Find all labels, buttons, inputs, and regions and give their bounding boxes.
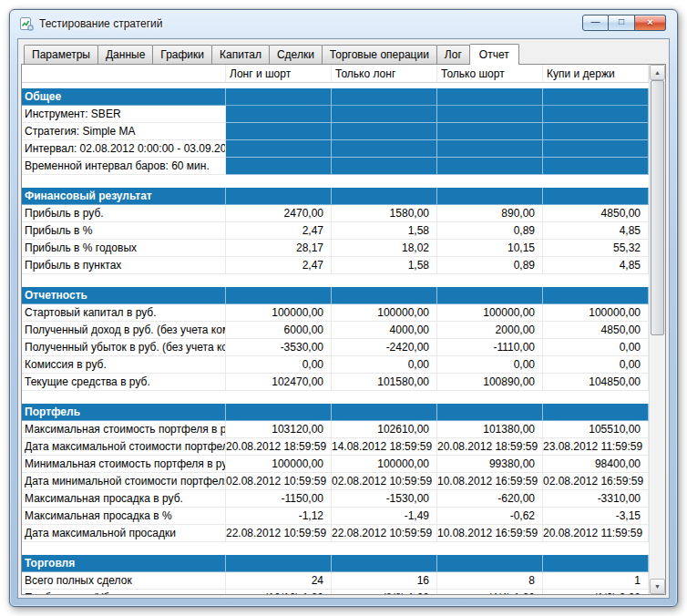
- cell-value: 100000,00: [332, 304, 437, 322]
- cell-value: 100000,00: [226, 456, 332, 473]
- tab-deals[interactable]: Сделки: [269, 45, 323, 64]
- cell-value: 4850,00: [543, 322, 649, 339]
- window-title: Тестирование стратегий: [39, 17, 163, 30]
- cell-value: (1/0) 0,00: [543, 590, 649, 594]
- report-row: Прибыль в пунктах2,471,580,894,85: [22, 257, 649, 274]
- cell-value: [226, 158, 332, 175]
- cell-value: [543, 140, 649, 158]
- cell-value: -2420,00: [332, 339, 437, 356]
- client-area: ПараметрыДанныеГрафикиКапиталСделкиТорго…: [17, 38, 670, 599]
- section-spacer: [22, 175, 649, 188]
- cell-value: 0,89: [437, 257, 543, 274]
- cell-value: 890,00: [437, 205, 543, 222]
- cell-value: [543, 158, 649, 175]
- maximize-button[interactable]: □: [609, 15, 635, 31]
- column-header: Только лонг: [332, 65, 437, 83]
- title-bar[interactable]: Тестирование стратегий — □ ×: [10, 10, 677, 37]
- cell-value: 1,58: [332, 222, 437, 240]
- cell-value: 105510,00: [543, 421, 649, 438]
- cell-value: 6000,00: [226, 322, 332, 339]
- tab-capital[interactable]: Капитал: [211, 45, 270, 64]
- row-label: Временной интервал баров: 60 мин.: [22, 158, 226, 175]
- report-row: Полученный убыток в руб. (без учета ко..…: [22, 339, 649, 356]
- cell-value: 4,85: [543, 222, 649, 240]
- minimize-icon: —: [591, 17, 600, 26]
- report-row: Дата минимальной стоимости портфеля02.08…: [22, 473, 649, 490]
- report-row: Всего полных сделок241681: [22, 572, 649, 590]
- section-header-cell: [543, 188, 649, 205]
- tab-trade-operations[interactable]: Торговые операции: [322, 45, 437, 64]
- section-header-row: Общее: [22, 88, 649, 106]
- row-label: Комиссия в руб.: [22, 356, 226, 374]
- row-label: Интервал: 02.08.2012 0:00:00 - 03.09.201…: [22, 140, 226, 158]
- cell-value: 101380,00: [437, 421, 543, 438]
- row-label: Полученный доход в руб. (без учета ком..…: [22, 322, 226, 339]
- cell-value: 1580,00: [332, 205, 437, 222]
- report-row: Комиссия в руб.0,000,000,000,00: [22, 356, 649, 374]
- close-button[interactable]: ×: [635, 15, 666, 31]
- section-title: Финансовый результат: [22, 188, 226, 205]
- scroll-thumb[interactable]: [651, 80, 664, 335]
- tab-data[interactable]: Данные: [97, 45, 153, 64]
- section-header-cell: [437, 555, 543, 572]
- section-header-cell: [226, 404, 332, 421]
- report-row: Минимальная стоимость портфеля в руб.100…: [22, 456, 649, 473]
- section-header-row: Отчетность: [22, 287, 649, 304]
- cell-value: [543, 106, 649, 123]
- row-label: Дата максимальной стоимости портфеля: [22, 438, 226, 456]
- section-title: Портфель: [22, 404, 226, 421]
- section-title: Отчетность: [22, 287, 226, 304]
- cell-value: (8/8) 1,00: [332, 590, 437, 594]
- cell-value: 98400,00: [543, 456, 649, 473]
- report-row: Дата максимальной просадки22.08.2012 10:…: [22, 525, 649, 542]
- section-header-row: Портфель: [22, 404, 649, 421]
- cell-value: [332, 106, 437, 123]
- row-label: Прибыль в %: [22, 222, 226, 240]
- report-row: Прибыль в %2,471,580,894,85: [22, 222, 649, 240]
- vertical-scrollbar[interactable]: ▲ ▼: [649, 65, 665, 594]
- cell-value: 1: [543, 572, 649, 590]
- report-row: Максимальная стоимость портфеля в р...10…: [22, 421, 649, 438]
- section-header-cell: [226, 188, 332, 205]
- app-window: Тестирование стратегий — □ × ПараметрыДа…: [9, 9, 678, 607]
- section-header-cell: [543, 555, 649, 572]
- cell-value: 16: [332, 572, 437, 590]
- tab-charts[interactable]: Графики: [152, 45, 212, 64]
- row-label: Прибыльных /Убыточных...: [22, 590, 226, 594]
- report-row: Стратегия: Simple MA: [22, 123, 649, 140]
- section-spacer: [22, 391, 649, 404]
- section-header-cell: [332, 88, 437, 106]
- tab-report[interactable]: Отчет: [469, 44, 519, 65]
- row-label: Текущие средства в руб.: [22, 374, 226, 391]
- report-row: Временной интервал баров: 60 мин.: [22, 158, 649, 175]
- row-label: Прибыль в % годовых: [22, 240, 226, 257]
- column-header: Лонг и шорт: [226, 65, 332, 83]
- minimize-button[interactable]: —: [582, 15, 609, 31]
- cell-value: 22.08.2012 10:59:59: [226, 525, 332, 542]
- cell-value: 02.08.2012 10:59:59: [332, 473, 437, 490]
- scroll-up-button[interactable]: ▲: [650, 65, 665, 80]
- cell-value: 0,00: [543, 339, 649, 356]
- section-header-cell: [437, 404, 543, 421]
- cell-value: [226, 106, 332, 123]
- cell-value: 10,15: [437, 240, 543, 257]
- cell-value: 4850,00: [543, 205, 649, 222]
- cell-value: 4000,00: [332, 322, 437, 339]
- cell-value: 22.08.2012 10:59:59: [332, 525, 437, 542]
- tab-log[interactable]: Лог: [436, 45, 470, 64]
- cell-value: 0,00: [332, 356, 437, 374]
- scroll-track[interactable]: [650, 80, 665, 579]
- section-header-cell: [332, 404, 437, 421]
- cell-value: [226, 123, 332, 140]
- tab-strip: ПараметрыДанныеГрафикиКапиталСделкиТорго…: [18, 39, 669, 64]
- tab-parameters[interactable]: Параметры: [24, 45, 98, 64]
- app-icon[interactable]: [19, 16, 34, 31]
- scroll-down-button[interactable]: ▼: [650, 579, 665, 594]
- report-row: Текущие средства в руб.102470,00101580,0…: [22, 374, 649, 391]
- section-header-cell: [543, 88, 649, 106]
- row-label: Стартовый капитал в руб.: [22, 304, 226, 322]
- section-header-cell: [332, 287, 437, 304]
- section-header-cell: [437, 188, 543, 205]
- report-row: Дата максимальной стоимости портфеля20.0…: [22, 438, 649, 456]
- row-label: Всего полных сделок: [22, 572, 226, 590]
